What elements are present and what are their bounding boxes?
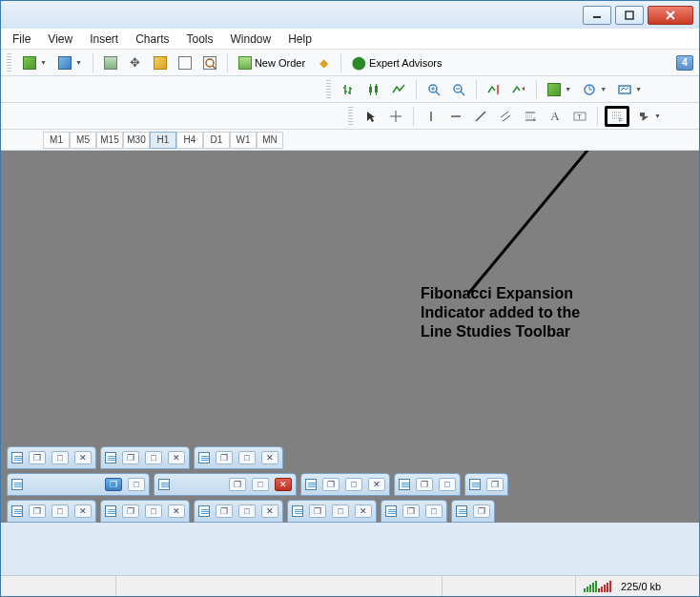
indicators-button[interactable]: ▼: [544, 79, 575, 100]
max-icon[interactable]: □: [51, 451, 69, 464]
timeframe-m1[interactable]: M1: [43, 132, 70, 149]
menu-charts[interactable]: Charts: [135, 32, 169, 46]
menu-insert[interactable]: Insert: [90, 32, 118, 46]
chart-window-tab[interactable]: ❐□✕: [194, 446, 283, 469]
arrows-button[interactable]: ▼: [633, 106, 665, 127]
timeframe-w1[interactable]: W1: [230, 132, 257, 149]
new-order-button[interactable]: New Order: [235, 52, 309, 73]
zoom-in-button[interactable]: [423, 79, 444, 100]
max-icon[interactable]: □: [145, 504, 162, 518]
chart-window-tab[interactable]: ❐□: [394, 473, 461, 496]
restore-icon[interactable]: ❐: [122, 451, 139, 464]
toolbar-grip[interactable]: [7, 53, 11, 72]
restore-icon[interactable]: ❐: [486, 478, 504, 491]
restore-icon[interactable]: ❐: [29, 451, 46, 464]
max-icon[interactable]: □: [425, 504, 443, 518]
close-icon[interactable]: ✕: [74, 451, 92, 464]
chart-window-tab[interactable]: ❐□✕: [287, 500, 377, 523]
data-window-button[interactable]: ✥: [125, 52, 146, 73]
close-icon[interactable]: ✕: [74, 504, 92, 518]
navigator-button[interactable]: [150, 52, 171, 73]
terminal-button[interactable]: [175, 52, 196, 73]
restore-icon[interactable]: ❐: [229, 478, 246, 491]
zoom-out-button[interactable]: [448, 79, 469, 100]
close-icon[interactable]: ✕: [168, 451, 185, 464]
max-icon[interactable]: □: [51, 504, 69, 518]
chart-window-tab[interactable]: ❐□✕: [7, 500, 96, 523]
crosshair-button[interactable]: [385, 106, 406, 127]
close-icon[interactable]: ✕: [261, 451, 278, 464]
menu-tools[interactable]: Tools: [187, 32, 214, 46]
restore-icon[interactable]: ❐: [122, 504, 139, 518]
restore-icon[interactable]: ❐: [216, 504, 233, 518]
chart-window-tab[interactable]: ❐: [451, 500, 495, 523]
menu-window[interactable]: Window: [231, 32, 272, 46]
max-icon[interactable]: □: [238, 504, 256, 518]
timeframe-m30[interactable]: M30: [123, 132, 150, 149]
equidistant-channel-button[interactable]: [495, 106, 516, 127]
max-icon[interactable]: □: [439, 478, 456, 491]
close-icon[interactable]: ✕: [261, 504, 278, 518]
chart-window-tab[interactable]: ❐□✕: [154, 473, 297, 496]
restore-icon[interactable]: ❐: [416, 478, 433, 491]
meta-quotes-button[interactable]: ◆: [313, 52, 334, 73]
text-label-button[interactable]: T: [569, 106, 590, 127]
menu-file[interactable]: File: [12, 32, 31, 46]
chart-shift-button[interactable]: [508, 79, 529, 100]
restore-icon[interactable]: ❐: [309, 504, 326, 518]
chart-window-tab[interactable]: ❐□: [381, 500, 447, 523]
line-chart-button[interactable]: [388, 79, 409, 100]
vertical-line-button[interactable]: [421, 106, 442, 127]
close-button[interactable]: [648, 6, 693, 25]
restore-icon[interactable]: ❐: [322, 478, 340, 491]
chart-window-tab[interactable]: ❐□✕: [194, 500, 283, 523]
chart-window-tab[interactable]: ❐□✕: [7, 446, 96, 469]
restore-icon[interactable]: ❐: [473, 504, 490, 518]
timeframe-m5[interactable]: M5: [70, 132, 96, 149]
max-icon[interactable]: □: [252, 478, 269, 491]
restore-icon[interactable]: ❐: [402, 504, 420, 518]
market-watch-button[interactable]: [100, 52, 121, 73]
minimize-button[interactable]: [583, 6, 611, 25]
max-icon[interactable]: □: [345, 478, 362, 491]
text-button[interactable]: A: [545, 106, 566, 127]
timeframe-h1[interactable]: H1: [150, 132, 176, 149]
chart-window-tab[interactable]: ❐□✕: [100, 500, 190, 523]
timeframe-d1[interactable]: D1: [203, 132, 230, 149]
max-icon[interactable]: □: [238, 451, 256, 464]
expert-advisors-button[interactable]: ⬤ Expert Advisors: [348, 52, 445, 73]
profiles-button[interactable]: ▼: [54, 52, 86, 73]
trendline-button[interactable]: [470, 106, 491, 127]
auto-scroll-button[interactable]: [484, 79, 504, 100]
menu-view[interactable]: View: [48, 32, 72, 46]
maximize-button[interactable]: [615, 6, 644, 25]
toolbar-grip[interactable]: [348, 107, 353, 126]
close-icon[interactable]: ✕: [275, 478, 292, 491]
periodicity-button[interactable]: ▼: [579, 79, 610, 100]
notification-badge[interactable]: 4: [676, 55, 693, 71]
restore-icon[interactable]: ❐: [29, 504, 46, 518]
restore-icon[interactable]: ❐: [105, 478, 122, 491]
max-icon[interactable]: □: [145, 451, 162, 464]
timeframe-h4[interactable]: H4: [176, 132, 203, 149]
timeframe-mn[interactable]: MN: [257, 132, 283, 149]
toolbar-grip[interactable]: [326, 80, 331, 99]
candlestick-button[interactable]: [363, 79, 384, 100]
fibonacci-retracement-button[interactable]: ᴇ: [520, 106, 541, 127]
max-icon[interactable]: □: [128, 478, 145, 491]
close-icon[interactable]: ✕: [355, 504, 372, 518]
status-connection[interactable]: 225/0 kb: [575, 576, 699, 596]
horizontal-line-button[interactable]: [445, 106, 466, 127]
chart-window-tab[interactable]: ❐□✕: [100, 446, 190, 469]
timeframe-m15[interactable]: M15: [96, 132, 123, 149]
cursor-button[interactable]: [360, 106, 381, 127]
close-icon[interactable]: ✕: [168, 504, 185, 518]
close-icon[interactable]: ✕: [368, 478, 385, 491]
max-icon[interactable]: □: [332, 504, 349, 518]
menu-help[interactable]: Help: [288, 32, 312, 46]
chart-window-tab[interactable]: ❐□: [7, 473, 150, 496]
restore-icon[interactable]: ❐: [216, 451, 233, 464]
strategy-tester-button[interactable]: [199, 52, 220, 73]
new-chart-button[interactable]: ▼: [19, 52, 51, 73]
chart-window-tab[interactable]: ❐: [464, 473, 508, 496]
